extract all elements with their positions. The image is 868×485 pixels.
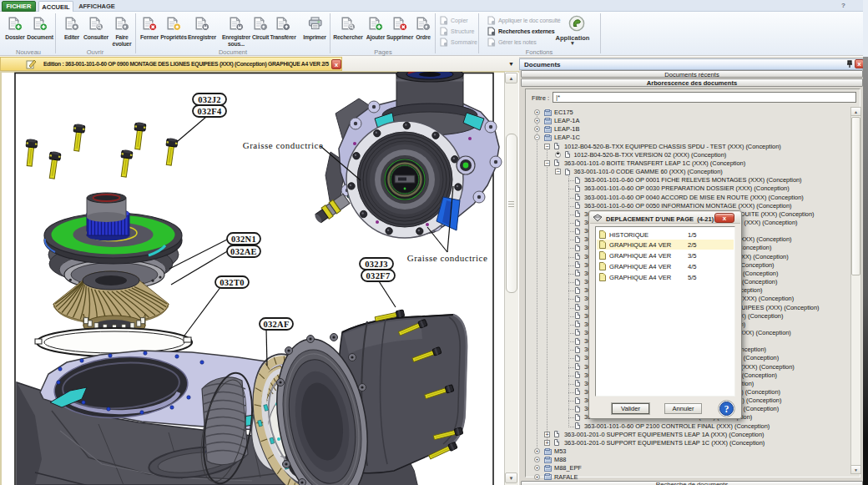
svg-text:032AE: 032AE (230, 247, 257, 256)
svg-text:032F7: 032F7 (366, 271, 391, 280)
svg-text:032J3: 032J3 (365, 260, 388, 269)
svg-text:Graisse conductrice: Graisse conductrice (407, 253, 488, 263)
svg-text:032AF: 032AF (263, 320, 289, 329)
svg-text:032J2: 032J2 (198, 95, 221, 104)
svg-text:032N1: 032N1 (231, 235, 256, 244)
svg-text:032T0: 032T0 (220, 278, 245, 287)
svg-text:?: ? (724, 404, 729, 414)
svg-text:032F4: 032F4 (198, 107, 222, 116)
svg-text:Graisse conductrice: Graisse conductrice (243, 140, 324, 150)
